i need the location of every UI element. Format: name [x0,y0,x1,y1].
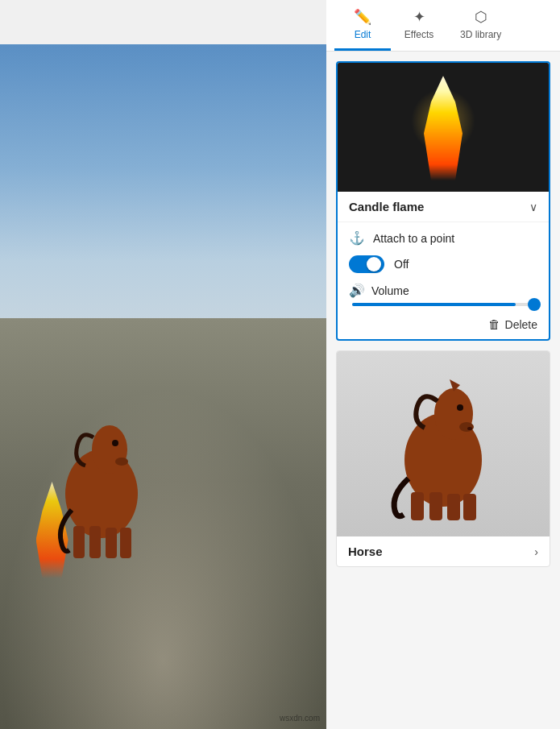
sky-background [0,44,326,353]
svg-rect-12 [447,494,460,520]
horse-object [49,405,154,558]
canvas-image [0,44,326,729]
svg-rect-13 [463,494,476,520]
chevron-right-icon: › [534,545,538,558]
svg-point-17 [467,427,472,430]
svg-point-16 [459,422,474,432]
svg-point-1 [92,425,127,474]
volume-slider-track[interactable] [352,303,534,306]
effect-controls: ⚓ Attach to a point Off 🔊 Volume [338,222,549,314]
pencil-icon: ✏️ [354,8,371,26]
tab-effects[interactable]: ✦ Effects [391,0,447,51]
svg-point-9 [434,388,473,440]
effect-title: Candle flame [349,200,424,213]
svg-rect-2 [73,526,85,558]
attach-to-point-row: ⚓ Attach to a point [349,230,537,246]
toggle-knob [367,257,381,271]
toggle-label: Off [394,258,409,271]
volume-slider-container [349,303,537,306]
effect-header: Candle flame ∨ [338,192,549,222]
right-panel: ✏️ Edit ✦ Effects ⬡ 3D library Candle fl… [326,0,560,729]
horse-preview-svg [383,367,504,520]
tab-effects-label: Effects [404,29,433,40]
chevron-down-icon[interactable]: ∨ [529,201,537,213]
svg-rect-10 [411,492,424,520]
svg-point-7 [115,458,128,466]
volume-row: 🔊 Volume [349,283,537,306]
svg-rect-5 [120,528,131,558]
effect-card-candle: Candle flame ∨ ⚓ Attach to a point Off [336,61,550,341]
svg-rect-4 [106,528,117,558]
tab-3d-library[interactable]: ⬡ 3D library [447,0,514,51]
toggle-switch[interactable] [349,255,384,273]
delete-label: Delete [505,318,537,331]
sparkle-icon: ✦ [413,8,425,26]
delete-row[interactable]: 🗑 Delete [338,314,549,339]
attach-to-point-label: Attach to a point [373,232,454,245]
tab-edit-label: Edit [355,29,371,40]
tab-edit[interactable]: ✏️ Edit [334,0,391,51]
volume-icon: 🔊 [349,283,365,298]
volume-slider-fill [352,303,516,306]
horse-card[interactable]: Horse › [336,350,550,567]
tab-3d-library-label: 3D library [460,29,501,40]
watermark: wsxdn.com [280,714,320,723]
volume-slider-thumb[interactable] [528,298,541,311]
svg-point-6 [112,440,118,446]
toggle-row: Off [349,255,537,273]
flame-preview [419,76,467,180]
svg-rect-3 [89,526,101,558]
effect-preview [338,63,549,192]
volume-label-row: 🔊 Volume [349,283,537,298]
anchor-icon: ⚓ [349,230,365,246]
trash-icon: 🗑 [488,317,500,331]
panel-content: Candle flame ∨ ⚓ Attach to a point Off [326,52,560,729]
svg-rect-11 [429,492,442,520]
svg-point-14 [457,404,463,411]
horse-card-title: Horse [348,545,383,558]
horse-preview [337,351,550,536]
horse-svg [49,405,154,558]
flame-preview-shape [419,76,467,180]
volume-label: Volume [371,284,409,297]
cube-icon: ⬡ [475,8,487,26]
canvas-area: wsxdn.com [0,44,326,729]
horse-card-footer: Horse › [337,536,550,566]
tabs-bar: ✏️ Edit ✦ Effects ⬡ 3D library [326,0,560,52]
